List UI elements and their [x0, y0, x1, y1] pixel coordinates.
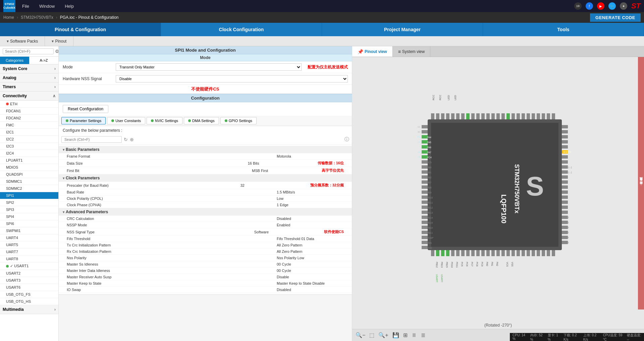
- reset-config-button[interactable]: Reset Configuration: [63, 105, 108, 113]
- sidebar-item-usart6[interactable]: USART6: [0, 284, 58, 291]
- svg-text:PC9: PC9: [481, 262, 483, 267]
- refresh-icon[interactable]: ↻: [124, 137, 128, 142]
- sidebar-item-usart1[interactable]: ✓ USART1: [0, 263, 58, 270]
- tab-project-manager[interactable]: Project Manager: [322, 23, 483, 36]
- sidebar-item-spi6[interactable]: SPI6: [0, 220, 58, 227]
- sidebar-item-i2c3[interactable]: I2C3: [0, 143, 58, 150]
- sidebar-item-eth[interactable]: ETH: [0, 101, 58, 108]
- sidebar-item-sdmmc2[interactable]: SDMMC2: [0, 185, 58, 192]
- facebook-icon[interactable]: f: [586, 2, 593, 10]
- icon-19[interactable]: 19: [574, 2, 582, 10]
- clock-params-header[interactable]: ▾ Clock Parameters: [59, 174, 352, 182]
- svg-text:PD5: PD5: [563, 186, 568, 188]
- sidebar-item-uart7[interactable]: UART7: [0, 248, 58, 255]
- tab-dot-3: [151, 119, 154, 122]
- spi-mode-section: SPI1 Mode and Configuration Mode Mode Tr…: [59, 46, 352, 94]
- sidebar-group-header-multimedia[interactable]: Multimedia ›: [0, 305, 58, 314]
- sidebar-item-spi2[interactable]: SPI2: [0, 199, 58, 206]
- sidebar-item-spi3[interactable]: SPI3: [0, 206, 58, 213]
- advanced-params-header[interactable]: ▾ Advanced Parameters: [59, 208, 352, 216]
- sidebar-item-usart3[interactable]: USART3: [0, 277, 58, 284]
- sidebar-item-usart2[interactable]: USART2: [0, 270, 58, 277]
- sidebar-item-spi1[interactable]: SPI1: [0, 192, 58, 199]
- breadcrumb-home[interactable]: Home: [3, 15, 14, 20]
- tab-parameter-settings[interactable]: Parameter Settings: [61, 117, 106, 124]
- save-image-icon[interactable]: 💾: [392, 332, 399, 338]
- svg-rect-25: [537, 113, 540, 119]
- nss-select[interactable]: Disable: [116, 75, 348, 82]
- tab-user-constants[interactable]: User Constants: [107, 117, 145, 124]
- sidebar-item-lpuart1[interactable]: LPUART1: [0, 157, 58, 164]
- youtube-icon[interactable]: ▶: [597, 2, 604, 10]
- spi3-label: SPI3: [6, 208, 14, 212]
- sidebar-search-input[interactable]: [3, 48, 54, 54]
- svg-text:PE8: PE8: [427, 186, 431, 189]
- sidebar-item-usb-otg-fs[interactable]: USB_OTG_FS: [0, 291, 58, 298]
- twitter-icon[interactable]: 🐦: [608, 2, 616, 10]
- fit-view-icon[interactable]: ⬚: [369, 332, 374, 338]
- data-size-note: 传输数据：16位: [318, 161, 344, 166]
- sidebar-item-fdcan2[interactable]: FDCAN2: [0, 115, 58, 122]
- zoom-out-icon[interactable]: 🔍−: [356, 332, 365, 338]
- sidebar-item-usb-otg-hs[interactable]: USB_OTG_HS: [0, 298, 58, 305]
- tab-system-view[interactable]: ≡ System view: [393, 46, 431, 57]
- param-search-input[interactable]: [61, 136, 122, 143]
- basic-params-header[interactable]: ▾ Basic Parameters: [59, 146, 352, 153]
- svg-rect-132: [436, 250, 439, 256]
- sidebar-item-sdmmc1[interactable]: SDMMC1: [0, 178, 58, 185]
- menu-window[interactable]: Window: [39, 4, 55, 9]
- sidebar-group-header-connectivity[interactable]: Connectivity ∧: [0, 92, 58, 101]
- sidebar-group-header-analog[interactable]: Analog ›: [0, 73, 58, 82]
- svg-text:PD4: PD4: [563, 191, 568, 193]
- network-icon[interactable]: ✦: [620, 2, 627, 10]
- tab-clock-config[interactable]: Clock Configuration: [161, 23, 322, 36]
- sidebar-item-uart8[interactable]: UART8: [0, 255, 58, 263]
- tab-tools[interactable]: Tools: [483, 23, 644, 36]
- tab-nvic-settings[interactable]: NVIC Settings: [147, 117, 182, 124]
- gear-icon[interactable]: ⚙: [55, 49, 59, 54]
- tab-dma-settings[interactable]: DMA Settings: [184, 117, 219, 124]
- info-icon[interactable]: ⓘ: [344, 136, 349, 143]
- sidebar-tab-categories[interactable]: Categories: [0, 57, 29, 64]
- sidebar-item-quadspi[interactable]: QUADSPI: [0, 171, 58, 178]
- sidebar-item-fmc[interactable]: FMC: [0, 122, 58, 129]
- sub-tab-pinout[interactable]: ▾ Pinout: [45, 36, 73, 46]
- svg-rect-152: [537, 250, 540, 256]
- usart2-label: USART2: [6, 271, 20, 275]
- uart8-label: UART8: [6, 257, 18, 261]
- list-icon[interactable]: ≣: [421, 332, 425, 338]
- sub-tab-software-packs[interactable]: ▾ Software Packs: [0, 36, 45, 46]
- menu-file[interactable]: File: [22, 4, 29, 9]
- svg-text:PB15: PB15: [446, 262, 448, 268]
- sidebar-item-swpmi1[interactable]: SWPMI1: [0, 227, 58, 234]
- columns-icon[interactable]: ⫼: [412, 332, 417, 338]
- generate-code-button[interactable]: GENERATE CODE: [590, 13, 641, 22]
- svg-text:LED: LED: [454, 95, 457, 100]
- annotation-text: 若有疑问→关注方一·如何实现→: [639, 180, 643, 187]
- copy-icon[interactable]: ⊞: [403, 332, 408, 338]
- svg-text:VDD: VDD: [563, 126, 568, 128]
- tab-pinout-view[interactable]: 📌 Pinout view: [352, 46, 393, 57]
- sidebar-item-uart5[interactable]: UART5: [0, 241, 58, 248]
- fifo-value: Fifo Threshold 01 Data: [277, 237, 344, 241]
- breadcrumb-file[interactable]: PGA.ioc - Pinout & Configuration: [60, 15, 119, 20]
- tab-pinout-config[interactable]: Pinout & Configuration: [0, 23, 161, 36]
- mode-select[interactable]: Transmit Only Master: [116, 63, 302, 71]
- sidebar-group-header-system-core[interactable]: System Core ›: [0, 64, 58, 73]
- sidebar-item-i2c1[interactable]: I2C1: [0, 129, 58, 136]
- zoom-in-icon[interactable]: 🔍+: [378, 332, 388, 338]
- sidebar-item-uart4[interactable]: UART4: [0, 234, 58, 241]
- sidebar-item-i2c2[interactable]: I2C2: [0, 136, 58, 143]
- sidebar-tab-az[interactable]: A->Z: [29, 57, 58, 64]
- sidebar-item-mdios[interactable]: MDIOS: [0, 164, 58, 171]
- sidebar-item-i2c4[interactable]: I2C4: [0, 150, 58, 157]
- menu-help[interactable]: Help: [65, 4, 74, 9]
- tab-gpio-settings[interactable]: GPIO Settings: [220, 117, 257, 124]
- first-bit-label: First Bit: [67, 169, 252, 173]
- breadcrumb-device[interactable]: STM32H750VBTx: [21, 15, 53, 20]
- sidebar-item-spi4[interactable]: SPI4: [0, 213, 58, 220]
- filter-icon[interactable]: ⊕: [130, 137, 134, 142]
- svg-rect-139: [471, 250, 475, 256]
- sidebar-item-fdcan1[interactable]: FDCAN1: [0, 108, 58, 115]
- sidebar-group-header-timers[interactable]: Timers ›: [0, 82, 58, 92]
